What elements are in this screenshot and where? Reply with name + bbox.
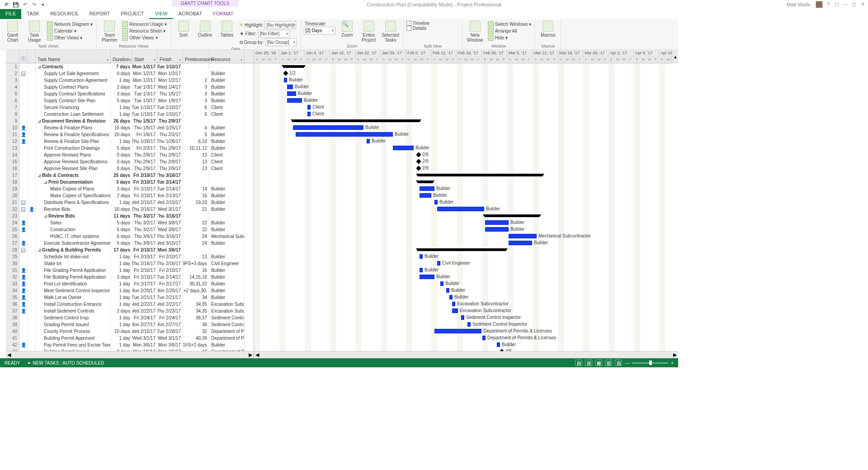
macros-button[interactable]: Macros [538, 20, 558, 38]
view-gantt-icon[interactable]: ▤ [575, 360, 582, 366]
qat-more-icon[interactable]: ▾ [40, 1, 46, 8]
table-row[interactable]: 33👤Post Lot Identification1 dayFri 2/17/… [6, 280, 254, 287]
tab-project[interactable]: PROJECT [115, 9, 149, 19]
view-team-planner-icon[interactable]: ▦ [595, 360, 602, 366]
view-report-icon[interactable]: ▨ [615, 360, 622, 366]
task-bar[interactable] [497, 342, 500, 347]
zoom-button[interactable]: 🔍Zoom [337, 20, 357, 38]
table-row[interactable]: 29Schedule lot stake-out1 dayFri 2/10/17… [6, 253, 254, 260]
table-row[interactable]: 31👤File Grading Permit Application1 dayF… [6, 267, 254, 274]
task-bar[interactable] [449, 295, 453, 299]
task-bar[interactable] [293, 125, 363, 130]
tab-acrobat[interactable]: ACROBAT [173, 9, 208, 19]
milestone[interactable] [416, 159, 421, 164]
table-row[interactable]: 14Approve Revised Plans0 daysThu 2/9/17T… [6, 152, 254, 158]
table-row[interactable]: 38Sediment Control Insp.1 dayFri 2/24/17… [6, 314, 254, 321]
details-checkbox[interactable]: Details [406, 26, 429, 31]
table-row[interactable]: 2Supply Lot Sale Agreement0 daysMon 1/2/… [6, 70, 254, 77]
col-id[interactable] [6, 50, 19, 63]
task-bar[interactable] [307, 105, 311, 109]
resource-usage-button[interactable]: Resource Usage▾ [121, 21, 167, 28]
task-bar[interactable] [287, 91, 296, 96]
hide-button[interactable]: Hide▾ [487, 34, 533, 41]
task-bar[interactable] [482, 336, 486, 340]
other-views-button[interactable]: Other Views▾ [46, 34, 94, 41]
col-indicator[interactable]: ⓘ [19, 50, 28, 63]
task-bar[interactable] [367, 139, 370, 143]
table-row[interactable]: 15Approve Revised Specifications0 daysTh… [6, 158, 254, 165]
timescale-combo[interactable]: [2] Days▾ [304, 27, 335, 34]
table-row[interactable]: 37👤Install Sediment Controls2 daysWed 2/… [6, 308, 254, 314]
tab-report[interactable]: REPORT [84, 9, 116, 19]
table-row[interactable]: 35👤Walk Lot w/ Owner1 dayTue 2/21/17Tue … [6, 294, 254, 301]
zoom-out-icon[interactable]: — [625, 361, 629, 366]
task-usage-button[interactable]: Task Usage [24, 20, 44, 43]
groupby-combo[interactable]: [No Group]▾ [265, 38, 297, 46]
table-row[interactable]: 16Approve Revised Site Plan0 daysThu 2/9… [6, 165, 254, 172]
gantt-chart-button[interactable]: Gantt Chart [3, 20, 23, 43]
tables-button[interactable]: Tables [217, 20, 237, 38]
task-bar[interactable] [485, 227, 509, 232]
table-row[interactable]: 17⊿Bids & Contracts25 daysFri 2/10/17Thu… [6, 172, 254, 179]
task-bar[interactable] [420, 254, 423, 259]
zoom-in-icon[interactable]: + [671, 361, 674, 366]
task-bar[interactable] [420, 268, 423, 272]
tab-file[interactable]: FILE [0, 9, 21, 19]
col-start[interactable]: Start▾ [132, 50, 158, 63]
task-bar[interactable] [461, 315, 464, 320]
task-bar[interactable] [296, 132, 393, 137]
resource-sheet-button[interactable]: Resource Sheet▾ [121, 28, 167, 34]
table-row[interactable]: 32👤File Building Permit Application3 day… [6, 274, 254, 280]
summary-bar[interactable] [485, 214, 539, 217]
selected-tasks-button[interactable]: Selected Tasks [381, 20, 401, 43]
zoom-slider[interactable] [632, 362, 668, 364]
task-bar[interactable] [434, 200, 438, 204]
tab-resource[interactable]: RESOURCE [45, 9, 84, 19]
table-row[interactable]: 7Secure Financing1 dayTue 1/10/17Tue 1/1… [6, 104, 254, 111]
task-bar[interactable] [509, 241, 532, 245]
new-window-button[interactable]: New Window [465, 20, 485, 43]
task-bar[interactable] [452, 302, 455, 306]
table-row[interactable]: 36👤Install Construction Entrance1 dayWed… [6, 301, 254, 308]
task-bar[interactable] [393, 146, 414, 150]
table-row[interactable]: 34👤Meet Sediment Control Inspector1 dayM… [6, 287, 254, 294]
table-row[interactable]: 42👤Pay Permit Fees and Excise Taxes1 day… [6, 342, 254, 348]
table-row[interactable]: 9⊿Document Review & Revision26 daysThu 1… [6, 118, 254, 124]
team-planner-button[interactable]: Team Planner [99, 20, 119, 43]
task-bar[interactable] [420, 186, 434, 191]
tab-format[interactable]: FORMAT [208, 9, 239, 19]
table-row[interactable]: 11👤Review & Finalize Specifications20 da… [6, 131, 254, 138]
sort-button[interactable]: Sort [174, 20, 193, 38]
table-row[interactable]: 28⊿Grading & Building Permits17 daysFri … [6, 247, 254, 253]
table-row[interactable]: 6Supply Contract Site Plan5 daysTue 1/3/… [6, 97, 254, 104]
col-predecessors[interactable]: Predecessors▾ [183, 50, 209, 63]
table-row[interactable]: 1⊿Contracts7 daysMon 1/2/17Tue 1/10/17 [6, 63, 254, 70]
summary-bar[interactable] [418, 180, 433, 183]
col-task-name[interactable]: Task Name▾ [36, 50, 111, 63]
summary-bar[interactable] [418, 248, 506, 251]
calendar-button[interactable]: Calendar▾ [46, 28, 94, 34]
entire-project-button[interactable]: Entire Project [359, 20, 379, 43]
network-diagram-button[interactable]: Network Diagram▾ [46, 21, 94, 28]
task-bar[interactable] [509, 234, 537, 238]
col-duration[interactable]: Duration▾ [111, 50, 132, 63]
tab-view[interactable]: VIEW [149, 9, 173, 19]
outline-button[interactable]: Outline [195, 20, 215, 38]
task-bar[interactable] [420, 193, 431, 198]
table-row[interactable]: 4Supply Contract Plans2 daysTue 1/3/17We… [6, 84, 254, 90]
undo-icon[interactable]: ↶ [22, 1, 28, 8]
col-indicator2[interactable] [28, 50, 36, 63]
filter-combo[interactable]: [No Filter]▾ [258, 30, 290, 38]
redo-icon[interactable]: ↷ [31, 1, 37, 8]
table-row[interactable]: 12👤Review & Finalize Site Plan1 dayThu 1… [6, 138, 254, 145]
chart-hscroll[interactable]: ◀▶ [254, 351, 678, 358]
table-row[interactable]: 24👤Sales5 daysThu 3/2/17Wed 3/8/1722Buil… [6, 219, 254, 226]
view-resource-sheet-icon[interactable]: ▧ [605, 360, 612, 366]
task-bar[interactable] [434, 329, 481, 333]
table-row[interactable]: 13Print Construction Drawings5 daysFri 2… [6, 145, 254, 152]
table-row[interactable]: 20Make Copies of Specifications2 daysFri… [6, 192, 254, 199]
task-bar[interactable] [467, 322, 471, 327]
task-bar[interactable] [307, 112, 311, 116]
table-row[interactable]: 30Stake lot1 dayThu 2/16/17Thu 2/16/1729… [6, 260, 254, 267]
table-row[interactable]: 5Supply Contract Specifications3 daysTue… [6, 90, 254, 97]
